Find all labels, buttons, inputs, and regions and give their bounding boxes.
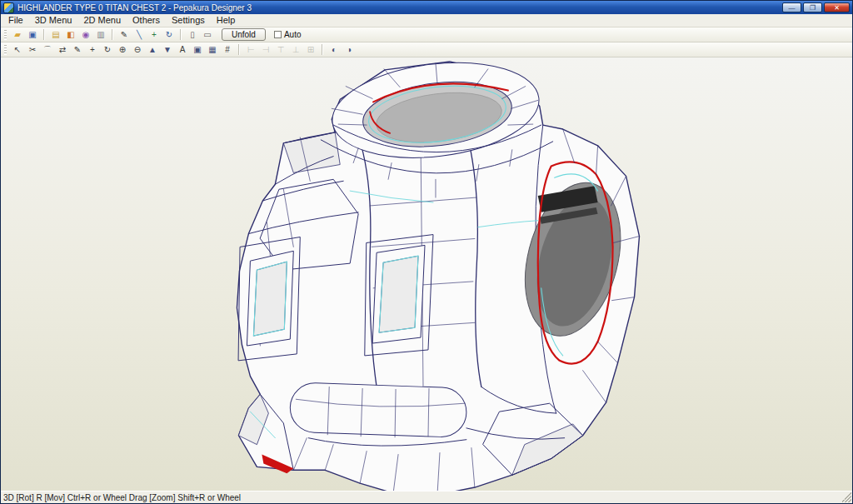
toolbar-edit-icons: ↖✂⌒⇄✎+↻⊕⊖▲▼A▣▦#⊢⊣⊤⊥⊞◐◑ — [10, 44, 357, 56]
center-piece-icon: ⊞ — [304, 44, 317, 56]
title-bar: HIGHLANDER TYPE 0 TITAN CHEST 2 - Pepaku… — [1, 1, 852, 14]
prev-view-icon[interactable]: ◐ — [327, 44, 341, 56]
toolbar-edit: ↖✂⌒⇄✎+↻⊕⊖▲▼A▣▦#⊢⊣⊤⊥⊞◐◑ — [1, 42, 852, 57]
close-button[interactable]: ✕ — [824, 2, 850, 12]
app-window: HIGHLANDER TYPE 0 TITAN CHEST 2 - Pepaku… — [0, 0, 853, 504]
toolbar-separator — [43, 29, 45, 40]
window-title: HIGHLANDER TYPE 0 TITAN CHEST 2 - Pepaku… — [17, 3, 781, 12]
next-view-icon[interactable]: ◑ — [342, 44, 356, 56]
order-down-icon[interactable]: ▼ — [161, 44, 174, 56]
flip-piece-icon[interactable]: ⇄ — [56, 44, 69, 56]
toolbar-grip-2[interactable] — [4, 45, 7, 55]
align-left-icon: ⊢ — [244, 44, 257, 56]
save-icon[interactable]: ▣ — [26, 29, 39, 41]
move-island-icon[interactable]: + — [86, 44, 99, 56]
add-text-icon[interactable]: A — [176, 44, 189, 56]
split-island-icon[interactable]: ⊖ — [131, 44, 144, 56]
menu-item-2d-menu[interactable]: 2D Menu — [77, 14, 127, 27]
3d-viewport[interactable] — [1, 57, 852, 491]
auto-option[interactable]: Auto — [274, 30, 302, 39]
toolbar-main-icons: ▰▣▤◧◉▥✎╲+↻▯▭ — [10, 29, 215, 41]
eyedropper-icon[interactable]: ╲ — [132, 29, 146, 41]
unfold-button[interactable]: Unfold — [222, 28, 266, 41]
align-bottom-icon: ⊥ — [289, 44, 302, 56]
model-canvas[interactable] — [1, 57, 852, 491]
edit-flap-icon[interactable]: ✎ — [71, 44, 84, 56]
menu-item-settings[interactable]: Settings — [166, 14, 211, 27]
auto-label: Auto — [284, 30, 302, 39]
menu-item-file[interactable]: File — [2, 14, 29, 27]
window-3d-icon[interactable]: ▯ — [186, 29, 199, 41]
join-island-icon[interactable]: ⊕ — [116, 44, 129, 56]
rotate-view-icon[interactable]: ↻ — [162, 29, 176, 41]
toolbar-separator — [112, 29, 113, 40]
align-right-icon: ⊣ — [259, 44, 272, 56]
menu-item-3d-menu[interactable]: 3D Menu — [29, 14, 78, 27]
toolbar-separator — [322, 44, 323, 55]
resize-grip[interactable] — [841, 492, 851, 502]
align-top-icon: ⊤ — [274, 44, 287, 56]
pen-icon[interactable]: ✎ — [117, 29, 131, 41]
window-2d-icon[interactable]: ▭ — [201, 29, 214, 41]
connect-face-icon[interactable]: ⌒ — [41, 44, 54, 56]
toolbar-separator — [238, 44, 240, 55]
grid-icon[interactable]: ▦ — [206, 44, 219, 56]
texture-view-icon[interactable]: ◉ — [79, 29, 92, 41]
toolbar-main: ▰▣▤◧◉▥✎╲+↻▯▭ Unfold Auto — [1, 27, 852, 42]
toolbar-grip[interactable] — [4, 30, 7, 40]
auto-checkbox[interactable] — [274, 31, 282, 38]
maximize-button[interactable]: ❐ — [803, 2, 822, 12]
status-bar: 3D [Rot] R [Mov] Ctrl+R or Wheel Drag [Z… — [1, 491, 852, 503]
toolbar-separator — [180, 29, 182, 40]
menu-item-others[interactable]: Others — [127, 14, 166, 27]
app-icon — [3, 2, 14, 13]
pan-icon[interactable]: + — [147, 29, 161, 41]
divide-edge-icon[interactable]: ✂ — [26, 44, 39, 56]
open-file-icon[interactable]: ▰ — [11, 29, 24, 41]
menu-bar: File3D Menu2D MenuOthersSettingsHelp — [1, 14, 852, 27]
status-text: 3D [Rot] R [Mov] Ctrl+R or Wheel Drag [Z… — [3, 493, 841, 502]
rotate-island-icon[interactable]: ↻ — [101, 44, 114, 56]
menu-item-help[interactable]: Help — [211, 14, 242, 27]
minimize-button[interactable]: — — [782, 2, 801, 12]
order-up-icon[interactable]: ▲ — [146, 44, 159, 56]
print-icon[interactable]: ▥ — [94, 29, 107, 41]
view-3d-icon[interactable]: ◧ — [64, 29, 77, 41]
add-image-icon[interactable]: ▣ — [191, 44, 204, 56]
export-icon[interactable]: ▤ — [49, 29, 62, 41]
measure-icon[interactable]: # — [221, 44, 234, 56]
select-tool-icon[interactable]: ↖ — [11, 44, 24, 56]
